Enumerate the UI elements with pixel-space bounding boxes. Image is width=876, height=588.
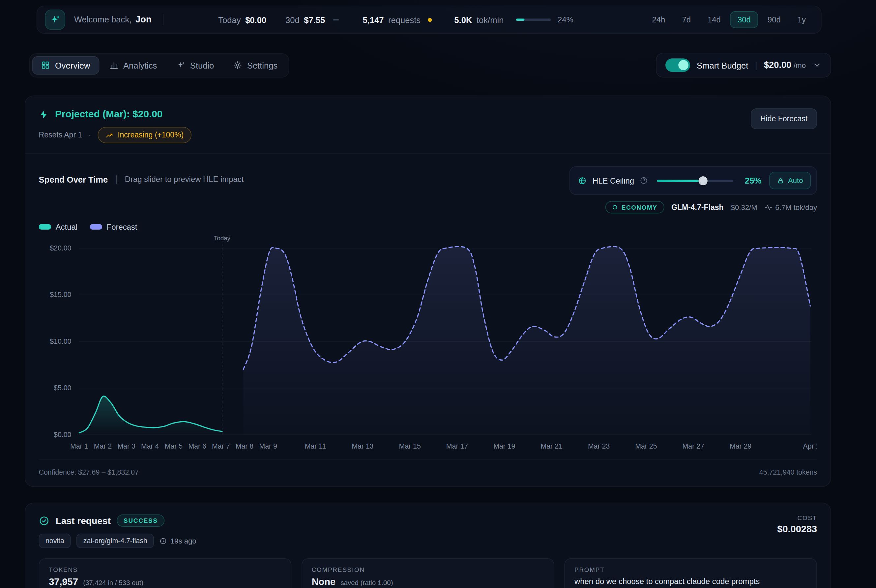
tab-analytics-label: Analytics: [123, 60, 157, 70]
legend-item-forecast: Forecast: [90, 222, 137, 231]
metric-rate: 5.0K tok/min: [454, 15, 504, 24]
svg-text:Mar 8: Mar 8: [236, 442, 254, 450]
tab-overview[interactable]: Overview: [32, 56, 99, 75]
svg-text:Mar 6: Mar 6: [188, 442, 206, 450]
stat-box-prompt: PROMPT when do we choose to compact clau…: [564, 558, 817, 588]
tab-analytics[interactable]: Analytics: [100, 56, 166, 75]
smart-budget-label: Smart Budget: [697, 60, 748, 70]
smart-budget-amount: $20.00: [764, 60, 791, 70]
last-request-title: Last request: [56, 515, 111, 526]
hle-slider[interactable]: [657, 176, 734, 185]
forecast-panel: Projected (Mar): $20.00 Resets Apr 1 · I…: [25, 96, 831, 487]
check-circle-icon: [39, 515, 50, 526]
svg-text:Mar 13: Mar 13: [352, 442, 374, 450]
chart-header: Spend Over Time | Drag slider to preview…: [39, 166, 818, 213]
svg-text:$5.00: $5.00: [54, 384, 71, 392]
welcome-message: Welcome back, Jon: [74, 15, 152, 25]
nav-row: Overview Analytics Studio: [25, 53, 831, 78]
svg-text:Mar 25: Mar 25: [635, 442, 657, 450]
tab-settings[interactable]: Settings: [224, 56, 286, 75]
help-circle-icon[interactable]: [640, 176, 648, 185]
spend-over-time-chart: $0.00$5.00$10.00$15.00$20.00Mar 1Mar 2Ma…: [39, 234, 818, 459]
chart-title-row: Spend Over Time | Drag slider to preview…: [39, 174, 244, 184]
confidence-range: Confidence: $27.69 – $1,832.07: [39, 468, 139, 476]
tab-settings-label: Settings: [247, 60, 278, 70]
economy-tier-label: ECONOMY: [622, 204, 657, 210]
svg-text:Mar 3: Mar 3: [117, 442, 135, 450]
hle-slider-handle[interactable]: [698, 176, 707, 185]
last-request-header: Last request SUCCESS novita zai-org/glm-…: [39, 514, 818, 548]
range-7d-button[interactable]: 7d: [675, 11, 698, 28]
svg-text:Mar 29: Mar 29: [730, 442, 752, 450]
auto-button[interactable]: Auto: [770, 172, 811, 189]
range-14d-button[interactable]: 14d: [700, 11, 728, 28]
svg-text:Apr 1: Apr 1: [803, 442, 817, 450]
range-1y-button[interactable]: 1y: [790, 11, 813, 28]
svg-text:Mar 23: Mar 23: [588, 442, 610, 450]
metric-requests: 5,147 requests: [363, 15, 432, 24]
trend-badge-label: Increasing (+100%): [118, 131, 184, 140]
hle-percent-value: 25%: [745, 176, 762, 185]
stat-value: 37,957: [49, 577, 78, 588]
lock-icon: [777, 177, 784, 184]
chart-hint: Drag slider to preview HLE impact: [125, 175, 244, 184]
time-ago-value: 19s ago: [170, 537, 196, 545]
hle-slider-track[interactable]: [657, 179, 734, 182]
divider: |: [755, 60, 758, 70]
resets-row: Resets Apr 1 · Increasing (+100%): [39, 127, 192, 143]
projected-title-row: Projected (Mar): $20.00: [39, 108, 192, 120]
stat-value: when do we choose to compact claude code…: [574, 577, 760, 586]
stat-label: COMPRESSION: [312, 566, 544, 573]
chart-legend: Actual Forecast: [39, 222, 818, 231]
svg-text:Mar 11: Mar 11: [305, 442, 326, 450]
stat-box-compression: COMPRESSION None saved (ratio 1.00): [302, 558, 554, 588]
toggle-knob: [678, 60, 688, 70]
time-ago: 19s ago: [159, 537, 196, 545]
svg-text:Mar 1: Mar 1: [70, 442, 88, 450]
svg-text:$10.00: $10.00: [50, 338, 71, 345]
rate-progress-bar: [516, 18, 551, 21]
hide-forecast-button[interactable]: Hide Forecast: [751, 108, 817, 129]
last-request-title-row: Last request SUCCESS: [39, 514, 196, 527]
grid-icon: [41, 61, 50, 69]
app-logo: [45, 9, 65, 30]
hle-controls: HLE Ceiling 25% A: [570, 166, 817, 213]
model-name: GLM-4.7-Flash: [671, 203, 723, 212]
range-90d-button[interactable]: 90d: [760, 11, 788, 28]
svg-text:$0.00: $0.00: [54, 431, 71, 439]
last-request-stats: TOKENS 37,957 (37,424 in / 533 out) COMP…: [39, 558, 818, 588]
svg-text:Mar 2: Mar 2: [94, 442, 112, 450]
metric-rate-value: 5.0K: [454, 15, 472, 24]
top-bar: Welcome back, Jon Today $0.00 30d $7.55 …: [37, 6, 822, 34]
projected-title: Projected (Mar): $20.00: [55, 108, 162, 120]
tokens-total: 45,721,940 tokens: [759, 468, 817, 476]
cost-block: COST $0.00283: [777, 514, 817, 535]
circle-icon: [612, 204, 618, 210]
metric-requests-value: 5,147: [363, 15, 384, 24]
sparkles-icon: [176, 61, 185, 69]
divider: |: [115, 174, 117, 184]
rate-progress-fill: [516, 18, 524, 21]
svg-text:Mar 27: Mar 27: [682, 442, 704, 450]
trending-up-icon: [105, 131, 113, 139]
provider-chip: novita: [39, 534, 71, 548]
tab-studio-label: Studio: [190, 60, 214, 70]
smart-budget-toggle[interactable]: [665, 58, 690, 72]
svg-text:Mar 9: Mar 9: [259, 442, 277, 450]
range-30d-button[interactable]: 30d: [730, 11, 758, 28]
forecast-header: Projected (Mar): $20.00 Resets Apr 1 · I…: [26, 96, 831, 154]
metric-today: Today $0.00: [218, 15, 266, 24]
range-24h-button[interactable]: 24h: [645, 11, 672, 28]
resets-label: Resets Apr 1: [39, 131, 82, 140]
cost-value: $0.00283: [777, 524, 817, 535]
svg-text:$15.00: $15.00: [50, 291, 71, 298]
svg-text:Mar 21: Mar 21: [541, 442, 562, 450]
throughput: 6.7M tok/day: [765, 203, 817, 212]
metric-today-value: $0.00: [245, 15, 266, 24]
smart-budget-control[interactable]: Smart Budget | $20.00 /mo: [656, 53, 831, 78]
tab-studio[interactable]: Studio: [167, 56, 223, 75]
svg-text:Mar 7: Mar 7: [212, 442, 230, 450]
zap-icon: [39, 109, 49, 119]
chevron-down-icon[interactable]: [812, 61, 821, 69]
rate-percent-label: 24%: [558, 15, 573, 24]
